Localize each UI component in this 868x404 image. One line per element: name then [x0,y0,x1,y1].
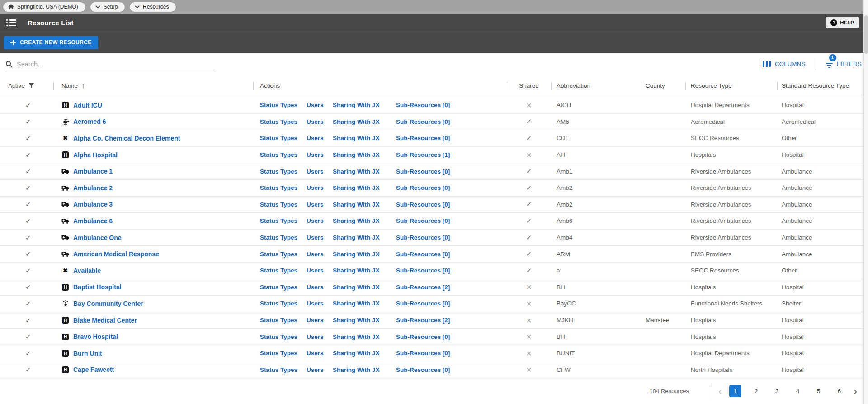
column-header-standard-resource-type[interactable]: Standard Resource Type [777,75,868,97]
users-link[interactable]: Users [307,317,333,324]
page-button-6[interactable]: 6 [833,385,845,397]
sub-resources-link[interactable]: Sub-Resources [0] [396,350,450,357]
sub-resources-link[interactable]: Sub-Resources [0] [396,201,450,208]
page-button-3[interactable]: 3 [771,385,783,397]
breadcrumb-tab-setup[interactable]: Setup [90,2,125,12]
create-new-resource-button[interactable]: CREATE NEW RESOURCE [4,36,98,49]
sub-resources-link[interactable]: Sub-Resources [0] [396,184,450,191]
filter-funnel-icon[interactable] [28,83,34,89]
column-header-county[interactable]: County [642,75,685,97]
breadcrumb-tab-resources[interactable]: Resources [129,2,176,12]
page-button-2[interactable]: 2 [750,385,762,397]
resource-name-link[interactable]: Blake Medical Center [73,317,137,324]
users-link[interactable]: Users [307,234,333,241]
sub-resources-link[interactable]: Sub-Resources [0] [396,102,450,108]
sub-resources-link[interactable]: Sub-Resources [0] [396,300,450,307]
status-types-link[interactable]: Status Types [260,334,307,340]
sharing-with-jx-link[interactable]: Sharing With JX [333,234,396,241]
sub-resources-link[interactable]: Sub-Resources [1] [396,151,450,158]
users-link[interactable]: Users [307,135,333,141]
status-types-link[interactable]: Status Types [260,234,307,241]
status-types-link[interactable]: Status Types [260,251,307,258]
sub-resources-link[interactable]: Sub-Resources [0] [396,234,450,241]
filters-button[interactable]: 1 FILTERS [826,59,862,69]
sub-resources-link[interactable]: Sub-Resources [0] [396,267,450,274]
resource-name-link[interactable]: Alpha Co. Chemical Decon Element [73,135,180,142]
resource-name-link[interactable]: Aeromed 6 [73,118,106,125]
help-button[interactable]: ? HELP [826,17,859,28]
search-input[interactable] [17,61,215,68]
sub-resources-link[interactable]: Sub-Resources [0] [396,366,450,373]
sub-resources-link[interactable]: Sub-Resources [0] [396,168,450,175]
users-link[interactable]: Users [307,350,333,357]
status-types-link[interactable]: Status Types [260,350,307,357]
sub-resources-link[interactable]: Sub-Resources [2] [396,284,450,291]
scrollbar-thumb[interactable] [864,15,868,54]
users-link[interactable]: Users [307,217,333,224]
users-link[interactable]: Users [307,151,333,158]
status-types-link[interactable]: Status Types [260,201,307,208]
sub-resources-link[interactable]: Sub-Resources [0] [396,217,450,224]
sharing-with-jx-link[interactable]: Sharing With JX [333,267,396,274]
sharing-with-jx-link[interactable]: Sharing With JX [333,317,396,324]
vertical-scrollbar[interactable] [863,0,868,404]
users-link[interactable]: Users [307,184,333,191]
resource-name-link[interactable]: Ambulance 2 [73,184,113,192]
resource-name-link[interactable]: Burn Unit [73,350,102,357]
status-types-link[interactable]: Status Types [260,151,307,158]
columns-button[interactable]: COLUMNS [763,61,806,67]
sharing-with-jx-link[interactable]: Sharing With JX [333,102,396,108]
status-types-link[interactable]: Status Types [260,284,307,291]
resource-name-link[interactable]: Cape Fawcett [73,366,114,373]
users-link[interactable]: Users [307,168,333,175]
status-types-link[interactable]: Status Types [260,317,307,324]
status-types-link[interactable]: Status Types [260,267,307,274]
sharing-with-jx-link[interactable]: Sharing With JX [333,168,396,175]
users-link[interactable]: Users [307,300,333,307]
resource-name-link[interactable]: Adult ICU [73,102,102,109]
sharing-with-jx-link[interactable]: Sharing With JX [333,366,396,373]
status-types-link[interactable]: Status Types [260,135,307,141]
users-link[interactable]: Users [307,366,333,373]
sub-resources-link[interactable]: Sub-Resources [0] [396,135,450,141]
status-types-link[interactable]: Status Types [260,118,307,125]
column-header-resource-type[interactable]: Resource Type [685,75,777,97]
resource-name-link[interactable]: Alpha Hospital [73,151,118,159]
page-button-1[interactable]: 1 [729,385,741,397]
users-link[interactable]: Users [307,251,333,258]
users-link[interactable]: Users [307,267,333,274]
sharing-with-jx-link[interactable]: Sharing With JX [333,184,396,191]
users-link[interactable]: Users [307,284,333,291]
sharing-with-jx-link[interactable]: Sharing With JX [333,251,396,258]
resource-name-link[interactable]: Baptist Hospital [73,283,122,291]
sharing-with-jx-link[interactable]: Sharing With JX [333,201,396,208]
sub-resources-link[interactable]: Sub-Resources [0] [396,251,450,258]
sub-resources-link[interactable]: Sub-Resources [0] [396,334,450,340]
sharing-with-jx-link[interactable]: Sharing With JX [333,118,396,125]
chevron-right-icon[interactable]: › [854,386,857,397]
users-link[interactable]: Users [307,118,333,125]
resource-name-link[interactable]: Ambulance 6 [73,217,113,225]
column-header-shared[interactable]: Shared [507,75,551,97]
sharing-with-jx-link[interactable]: Sharing With JX [333,217,396,224]
sharing-with-jx-link[interactable]: Sharing With JX [333,151,396,158]
status-types-link[interactable]: Status Types [260,184,307,191]
column-header-abbreviation[interactable]: Abbreviation [551,75,642,97]
status-types-link[interactable]: Status Types [260,300,307,307]
sharing-with-jx-link[interactable]: Sharing With JX [333,334,396,340]
resource-name-link[interactable]: Bay Community Center [73,300,143,307]
users-link[interactable]: Users [307,201,333,208]
page-button-4[interactable]: 4 [792,385,804,397]
status-types-link[interactable]: Status Types [260,366,307,373]
sharing-with-jx-link[interactable]: Sharing With JX [333,135,396,141]
status-types-link[interactable]: Status Types [260,168,307,175]
users-link[interactable]: Users [307,102,333,108]
sub-resources-link[interactable]: Sub-Resources [0] [396,118,450,125]
list-menu-icon[interactable] [6,19,16,26]
users-link[interactable]: Users [307,334,333,340]
resource-name-link[interactable]: Bravo Hospital [73,333,118,340]
column-header-active[interactable]: Active [0,75,53,97]
sharing-with-jx-link[interactable]: Sharing With JX [333,284,396,291]
sharing-with-jx-link[interactable]: Sharing With JX [333,350,396,357]
chevron-left-icon[interactable]: ‹ [718,386,722,397]
